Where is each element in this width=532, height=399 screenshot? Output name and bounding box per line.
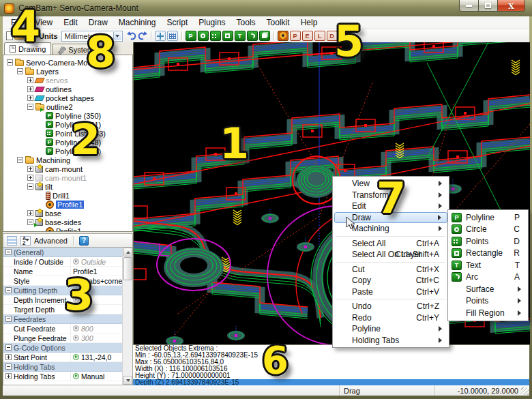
property-section-gcode-options[interactable]: G-Code Options: [3, 343, 122, 353]
property-section-cutting-depth[interactable]: Cutting Depth: [3, 286, 122, 295]
circle-icon[interactable]: [198, 31, 209, 41]
submenu-item-surface[interactable]: Surface: [449, 283, 527, 295]
submenu-item-arc[interactable]: ArcA: [449, 271, 527, 284]
property-section-feedrates[interactable]: Feedrates: [3, 314, 122, 324]
properties-scrollbar[interactable]: [122, 248, 132, 385]
tree-item-polyline-351[interactable]: Polyline (351): [3, 120, 132, 129]
categorized-icon[interactable]: [7, 236, 17, 246]
menu-help[interactable]: Help: [295, 16, 323, 29]
scrollbar-thumb[interactable]: [123, 257, 132, 280]
expand-toggle[interactable]: [5, 354, 12, 360]
expand-toggle[interactable]: [27, 95, 33, 101]
collapse-toggle[interactable]: [5, 316, 12, 322]
set-value-icon: [73, 373, 79, 379]
undo-icon[interactable]: [127, 31, 136, 40]
submenu-item-text[interactable]: TextT: [449, 259, 527, 271]
expand-toggle[interactable]: [27, 86, 33, 92]
expand-toggle[interactable]: [5, 373, 12, 379]
text-icon[interactable]: [235, 31, 246, 41]
tree-item-tilt[interactable]: tilt: [3, 182, 132, 191]
points-icon[interactable]: [210, 31, 221, 41]
title-bar[interactable]: CamBam+ Servo-Camera-Mount: [0, 0, 532, 16]
collapse-toggle[interactable]: [27, 104, 33, 110]
expand-toggle[interactable]: [27, 77, 33, 83]
scroll-up-icon[interactable]: [123, 248, 132, 256]
tree-item-polyline-350[interactable]: Polyline (350): [3, 111, 132, 120]
submenu-item-polyline[interactable]: PolylineP: [449, 211, 527, 224]
surface-icon[interactable]: [259, 31, 270, 41]
submenu-item-rectangle[interactable]: RectangleR: [449, 248, 527, 260]
polyline-icon[interactable]: [186, 31, 196, 41]
axis-icon[interactable]: [155, 31, 166, 41]
default-value-icon: [73, 258, 79, 265]
submenu-item-circle[interactable]: CircleC: [449, 224, 527, 236]
menu-shortcut: R: [514, 248, 520, 258]
context-item-undo[interactable]: UndoCtrl+Z: [334, 301, 447, 312]
context-item-cut[interactable]: CutCtrl+X: [334, 264, 447, 276]
collapse-toggle[interactable]: [17, 157, 23, 163]
tree-item-cam-mount[interactable]: cam-mount: [3, 164, 132, 173]
resize-grip[interactable]: [521, 387, 529, 395]
sort-alphabetical-icon[interactable]: [20, 236, 31, 246]
property-section-general[interactable]: (General): [3, 248, 122, 257]
pocket-icon[interactable]: [290, 31, 301, 41]
submenu-item-points-group[interactable]: Points: [449, 295, 527, 308]
tree-item-machining[interactable]: Machining: [3, 156, 132, 164]
maximize-button[interactable]: [479, 0, 497, 12]
context-item-polyline[interactable]: Polyline: [334, 323, 447, 335]
context-item-select-all-on-layer[interactable]: Select All On LayerCtrl+Shift+A: [334, 249, 447, 261]
collapse-toggle[interactable]: [5, 287, 12, 293]
menu-edit[interactable]: Edit: [58, 16, 83, 29]
context-item-paste[interactable]: PasteCtrl+V: [334, 286, 447, 298]
context-item-copy[interactable]: CopyCtrl+C: [334, 275, 447, 286]
tree-item-pocket-shapes[interactable]: pocket shapes: [3, 93, 132, 102]
collapse-toggle[interactable]: [5, 344, 12, 351]
expand-toggle[interactable]: [27, 175, 33, 181]
tree-item-polyline-288[interactable]: Polyline (288): [3, 147, 132, 156]
grid-icon[interactable]: [167, 31, 178, 41]
tree-item-drill1[interactable]: Drill1: [3, 191, 132, 200]
redo-icon[interactable]: [138, 31, 147, 40]
menu-plugins[interactable]: Plugins: [193, 16, 231, 29]
property-section-holding-tabs[interactable]: Holding Tabs: [3, 362, 122, 372]
context-item-holding-tabs[interactable]: Holding Tabs: [334, 335, 447, 346]
collapse-toggle[interactable]: [27, 183, 33, 190]
polyline-icon: [452, 213, 462, 222]
close-button[interactable]: [497, 0, 525, 12]
tree-item-profile1-selected[interactable]: Profile1: [3, 200, 132, 209]
context-item-redo[interactable]: RedoCtrl+Y: [334, 312, 447, 324]
expand-toggle[interactable]: [27, 166, 33, 172]
menu-tools[interactable]: Tools: [231, 16, 261, 29]
tree-item-polyline-348[interactable]: Polyline (348): [3, 138, 132, 147]
tree-item-cam-mount1[interactable]: cam-mount1: [3, 173, 132, 182]
properties-advanced-button[interactable]: Advanced: [34, 237, 68, 245]
menu-toolkit[interactable]: Toolkit: [261, 16, 295, 29]
rectangle-icon[interactable]: [222, 31, 233, 41]
help-icon[interactable]: [79, 236, 89, 246]
collapse-toggle[interactable]: [17, 68, 23, 74]
tree-item-pointlist-343[interactable]: Point List (343): [3, 129, 132, 138]
arc-icon[interactable]: [247, 31, 258, 41]
menu-shortcut: Ctrl+Shift+A: [395, 250, 439, 259]
expand-toggle[interactable]: [27, 210, 33, 216]
profile-icon[interactable]: [278, 31, 289, 41]
scroll-down-icon[interactable]: [123, 376, 132, 385]
menu-shortcut: D: [514, 237, 520, 246]
menu-script[interactable]: Script: [162, 16, 194, 29]
tree-item-outline2[interactable]: outline2: [3, 102, 132, 111]
context-item-select-all[interactable]: Select AllCtrl+A: [334, 238, 447, 250]
submenu-item-points[interactable]: PointsD: [449, 235, 527, 248]
tree-item-profile1[interactable]: Profile1: [3, 226, 132, 232]
submenu-item-fill-region[interactable]: Fill Region: [449, 307, 527, 319]
tree-item-outlines[interactable]: outlines: [3, 85, 132, 93]
collapse-toggle[interactable]: [5, 249, 12, 255]
tree-item-base-sides[interactable]: base-sides: [3, 218, 132, 226]
minimize-button[interactable]: [459, 0, 479, 12]
engrave-icon[interactable]: [302, 31, 313, 41]
collapse-toggle[interactable]: [5, 364, 12, 370]
menu-machining[interactable]: Machining: [113, 16, 162, 29]
collapse-toggle[interactable]: [27, 219, 33, 225]
lathe-icon[interactable]: [314, 31, 325, 41]
tree-item-base[interactable]: base: [3, 209, 132, 218]
collapse-toggle[interactable]: [7, 59, 13, 65]
